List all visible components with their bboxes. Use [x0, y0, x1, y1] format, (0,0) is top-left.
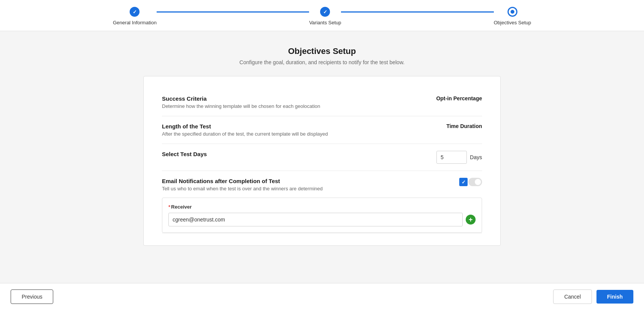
length-of-test-row: Length of the Test After the specified d… [162, 116, 482, 144]
email-notifications-section: Email Notifications after Completion of … [162, 171, 482, 233]
step-objectives-setup: Objectives Setup [494, 7, 531, 25]
email-notifications-desc: Tell us who to email when the test is ov… [162, 186, 421, 191]
test-days-input[interactable] [436, 151, 467, 164]
time-duration-label: Time Duration [446, 123, 482, 129]
toggle-checkbox[interactable] [459, 178, 468, 186]
select-test-days-title: Select Test Days [162, 151, 421, 157]
footer: Previous Cancel Finish [0, 283, 644, 310]
success-criteria-value: Opt-in Percentage [436, 95, 482, 101]
step-general-information: General Information [113, 7, 157, 25]
success-criteria-row: Success Criteria Determine how the winni… [162, 89, 482, 116]
connector-2 [341, 11, 493, 13]
connector-1 [157, 11, 309, 13]
step-2-label: Variants Setup [309, 20, 341, 25]
step-3-circle [508, 7, 517, 17]
success-criteria-title: Success Criteria [162, 95, 421, 102]
step-2-circle [320, 7, 330, 17]
select-test-days-row: Select Test Days Days [162, 144, 482, 171]
page-subtitle: Configure the goal, duration, and recipi… [240, 59, 404, 65]
days-unit-label: Days [470, 154, 482, 160]
length-of-test-desc: After the specified duration of the test… [162, 131, 421, 137]
receiver-label: * Receiver [168, 204, 476, 210]
receiver-input[interactable] [168, 213, 463, 226]
form-card: Success Criteria Determine how the winni… [143, 76, 501, 246]
step-variants-setup: Variants Setup [309, 7, 341, 25]
success-criteria-desc: Determine how the winning template will … [162, 103, 421, 109]
step-1-label: General Information [113, 20, 157, 25]
required-star: * [168, 204, 170, 210]
email-notifications-title: Email Notifications after Completion of … [162, 178, 421, 184]
page-title: Objectives Setup [288, 46, 356, 56]
toggle-rail[interactable] [468, 178, 482, 186]
email-toggle[interactable] [459, 178, 482, 186]
stepper: General Information Variants Setup Objec… [0, 0, 644, 31]
cancel-button[interactable]: Cancel [553, 289, 592, 304]
step-1-circle [130, 7, 140, 17]
length-of-test-title: Length of the Test [162, 123, 421, 130]
main-content: Objectives Setup Configure the goal, dur… [0, 31, 644, 283]
finish-button[interactable]: Finish [596, 290, 633, 304]
steps-row: General Information Variants Setup Objec… [113, 7, 531, 25]
add-receiver-button[interactable]: + [466, 215, 476, 225]
receiver-sub-section: * Receiver + [162, 198, 482, 233]
previous-button[interactable]: Previous [11, 289, 53, 304]
step-3-label: Objectives Setup [494, 20, 531, 25]
